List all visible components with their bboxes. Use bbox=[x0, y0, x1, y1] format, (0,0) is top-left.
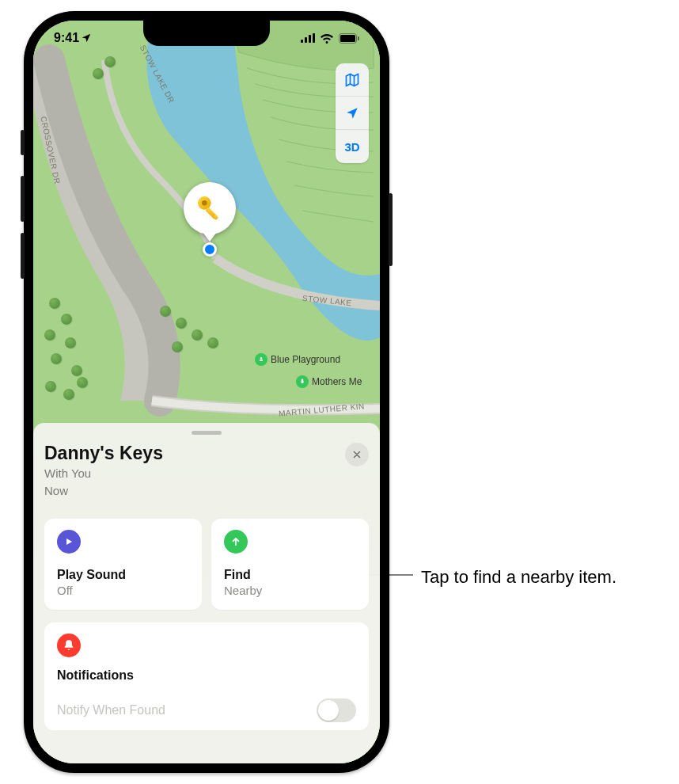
notifications-title: Notifications bbox=[57, 668, 356, 683]
volume-up-button[interactable] bbox=[21, 176, 25, 222]
close-button[interactable] bbox=[345, 443, 369, 466]
map-controls: 3D bbox=[336, 63, 369, 163]
key-icon bbox=[194, 192, 226, 224]
volume-down-button[interactable] bbox=[21, 233, 25, 279]
item-title: Danny's Keys bbox=[44, 443, 163, 464]
poi-label: Blue Playground bbox=[271, 354, 340, 365]
tree-icon bbox=[296, 375, 309, 388]
item-subtitle-2: Now bbox=[44, 483, 163, 499]
play-sound-card[interactable]: Play Sound Off bbox=[44, 519, 202, 610]
svg-rect-5 bbox=[340, 35, 355, 42]
battery-icon bbox=[339, 33, 359, 44]
poi-blue-playground[interactable]: Blue Playground bbox=[255, 353, 340, 366]
park-icon bbox=[255, 353, 267, 366]
bell-icon bbox=[63, 639, 75, 652]
wifi-icon bbox=[320, 33, 334, 44]
locate-me-button[interactable] bbox=[336, 97, 369, 130]
3d-button[interactable]: 3D bbox=[336, 130, 369, 163]
notch bbox=[143, 21, 270, 46]
close-icon bbox=[352, 450, 362, 459]
poi-mothers-me[interactable]: Mothers Me bbox=[296, 375, 362, 388]
map-mode-button[interactable] bbox=[336, 63, 369, 97]
location-arrow-icon bbox=[345, 106, 359, 120]
item-subtitle-1: With You bbox=[44, 466, 163, 481]
status-time: 9:41 bbox=[54, 31, 79, 45]
3d-label: 3D bbox=[344, 140, 359, 154]
svg-rect-3 bbox=[313, 33, 315, 43]
sheet-grabber[interactable] bbox=[192, 431, 222, 435]
callout-text: Tap to find a nearby item. bbox=[421, 567, 616, 588]
svg-rect-2 bbox=[309, 35, 311, 43]
svg-rect-0 bbox=[301, 40, 303, 43]
location-arrow-icon bbox=[81, 32, 92, 44]
mute-switch[interactable] bbox=[21, 130, 25, 155]
item-location-pin[interactable] bbox=[184, 182, 236, 234]
phone-frame: 9:41 bbox=[24, 11, 389, 773]
svg-point-8 bbox=[260, 357, 263, 360]
play-sound-sub: Off bbox=[57, 584, 189, 597]
find-sub: Nearby bbox=[224, 584, 356, 597]
arrow-up-icon bbox=[230, 536, 241, 547]
play-icon bbox=[63, 536, 74, 547]
user-location-dot bbox=[203, 242, 217, 257]
svg-rect-6 bbox=[358, 36, 359, 40]
svg-rect-1 bbox=[305, 37, 307, 43]
find-card[interactable]: Find Nearby bbox=[211, 519, 369, 610]
poi-label: Mothers Me bbox=[312, 376, 362, 387]
play-sound-title: Play Sound bbox=[57, 568, 189, 582]
cellular-icon bbox=[301, 33, 315, 43]
notify-when-found-label: Notify When Found bbox=[57, 703, 165, 717]
item-detail-sheet[interactable]: Danny's Keys With You Now Play Sound bbox=[33, 423, 380, 763]
notifications-section: Notifications Notify When Found bbox=[44, 622, 369, 730]
notify-when-found-toggle[interactable] bbox=[317, 698, 356, 722]
map-icon bbox=[344, 72, 360, 88]
power-button[interactable] bbox=[389, 193, 393, 266]
find-title: Find bbox=[224, 568, 356, 582]
svg-point-10 bbox=[202, 200, 207, 206]
